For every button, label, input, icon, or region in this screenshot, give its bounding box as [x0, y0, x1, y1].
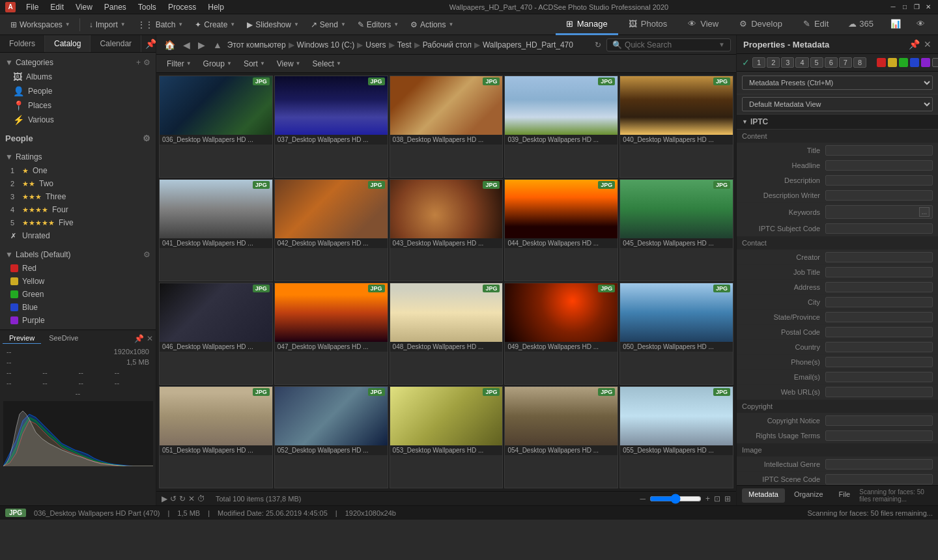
footer-tab-organize[interactable]: Organize [788, 488, 830, 503]
tab-calendar[interactable]: Calendar [91, 35, 141, 52]
tab-stats[interactable]: 📊 [883, 14, 909, 35]
rating-item-5[interactable]: 5 ★★★★★ Five [0, 216, 156, 229]
label-item-red[interactable]: Red [0, 262, 156, 275]
breadcrumb-test[interactable]: Test [397, 40, 412, 49]
tab-catalog[interactable]: Catalog [45, 35, 91, 52]
breadcrumb-folder[interactable]: Wallpapers_HD_Part_470 [483, 40, 573, 49]
meta-num-2[interactable]: 2 [767, 57, 780, 68]
meta-num-1[interactable]: 1 [752, 57, 765, 68]
categories-add-icon[interactable]: + [136, 58, 141, 67]
meta-subject-value[interactable] [825, 223, 933, 234]
menu-edit[interactable]: Edit [45, 1, 69, 13]
thumbnail-item-14[interactable]: JPG050_Desktop Wallpapers HD ... [619, 283, 733, 385]
group-button[interactable]: Group ▼ [198, 58, 237, 70]
thumbnail-item-17[interactable]: JPG053_Desktop Wallpapers HD ... [390, 386, 504, 488]
sort-button[interactable]: Sort ▼ [238, 58, 270, 70]
view-grid-btn[interactable]: ⊞ [724, 494, 731, 503]
menu-file[interactable]: File [21, 1, 44, 13]
meta-title-value[interactable] [825, 145, 933, 156]
thumbnail-item-12[interactable]: JPG048_Desktop Wallpapers HD ... [390, 283, 504, 385]
labels-header[interactable]: ▼ Labels (Default) ⚙ [0, 247, 156, 262]
thumbnail-item-11[interactable]: JPG047_Desktop Wallpapers HD ... [274, 283, 388, 385]
editors-button[interactable]: ✎ Editors ▼ [352, 18, 404, 31]
rating-item-unrated[interactable]: ✗ Unrated [0, 229, 156, 242]
meta-jobtitle-value[interactable] [825, 267, 933, 277]
rotate-right-btn[interactable]: ↻ [179, 494, 186, 503]
meta-rights-value[interactable] [825, 430, 933, 441]
rating-item-1[interactable]: 1 ★ One [0, 164, 156, 177]
ratings-header[interactable]: ▼ Ratings [0, 150, 156, 164]
meta-scene-value[interactable] [825, 474, 933, 484]
tab-manage[interactable]: ⊞ Manage [556, 14, 618, 35]
maximize-button[interactable]: □ [900, 3, 909, 12]
close-right-icon[interactable]: ✕ [924, 39, 931, 49]
menu-view[interactable]: View [70, 1, 98, 13]
swatch-green[interactable] [899, 58, 908, 67]
keywords-btn[interactable]: ... [919, 207, 930, 217]
back-button[interactable]: ◀ [180, 38, 193, 51]
meta-description-value[interactable] [825, 175, 933, 186]
meta-num-8[interactable]: 8 [853, 57, 866, 68]
search-dropdown-icon[interactable]: ▼ [718, 41, 725, 48]
swatch-none[interactable] [932, 58, 938, 67]
menu-panes[interactable]: Panes [99, 1, 132, 13]
breadcrumb-computer[interactable]: Этот компьютер [227, 40, 286, 49]
import-button[interactable]: ↓ Import ▼ [84, 18, 131, 31]
meta-postal-value[interactable] [825, 327, 933, 337]
meta-address-value[interactable] [825, 282, 933, 292]
thumbnail-item-2[interactable]: JPG038_Desktop Wallpapers HD ... [390, 76, 504, 178]
restore-button[interactable]: ❐ [912, 3, 921, 12]
select-button[interactable]: Select ▼ [307, 58, 347, 70]
thumbnail-item-4[interactable]: JPG040_Desktop Wallpapers HD ... [619, 76, 733, 178]
meta-keywords-value[interactable]: ... [825, 205, 933, 219]
minimize-button[interactable]: ─ [888, 3, 898, 12]
meta-preset-select[interactable]: Metadata Presets (Ctrl+M) [742, 76, 933, 90]
pin-right-icon[interactable]: 📌 [909, 39, 920, 49]
menu-help[interactable]: Help [203, 1, 229, 13]
menu-process[interactable]: Process [163, 1, 201, 13]
categories-header[interactable]: ▼ Categories + ⚙ [0, 55, 156, 70]
meta-headline-value[interactable] [825, 160, 933, 171]
people-gear-icon[interactable]: ⚙ [143, 133, 150, 143]
meta-phone-value[interactable] [825, 357, 933, 367]
slideshow-play-btn[interactable]: ▶ [162, 494, 167, 503]
forward-button[interactable]: ▶ [195, 38, 208, 51]
tab-eye[interactable]: 👁 [909, 14, 933, 35]
tree-item-places[interactable]: 📍 Places [0, 98, 156, 113]
tab-photos[interactable]: 🖼 Photos [618, 14, 677, 35]
thumbnail-item-1[interactable]: JPG037_Desktop Wallpapers HD ... [274, 76, 388, 178]
tab-develop[interactable]: ⚙ Develop [729, 14, 793, 35]
meta-state-value[interactable] [825, 312, 933, 322]
swatch-yellow[interactable] [888, 58, 897, 67]
menu-tools[interactable]: Tools [133, 1, 162, 13]
labels-gear-icon[interactable]: ⚙ [143, 250, 150, 259]
label-item-purple[interactable]: Purple [0, 314, 156, 327]
rotate-left-btn[interactable]: ↺ [170, 494, 177, 503]
meta-genre-value[interactable] [825, 459, 933, 469]
swatch-purple[interactable] [921, 58, 930, 67]
thumbnail-item-19[interactable]: JPG055_Desktop Wallpapers HD ... [619, 386, 733, 488]
thumbnail-item-18[interactable]: JPG054_Desktop Wallpapers HD ... [504, 386, 618, 488]
meta-creator-value[interactable] [825, 252, 933, 262]
tab-365[interactable]: ☁ 365 [839, 14, 883, 35]
home-button[interactable]: 🏠 [162, 38, 178, 51]
thumbnail-item-16[interactable]: JPG052_Desktop Wallpapers HD ... [274, 386, 388, 488]
tab-edit[interactable]: ✎ Edit [793, 14, 839, 35]
search-input[interactable] [625, 40, 716, 49]
tree-item-people[interactable]: 👤 People [0, 84, 156, 98]
thumbnail-item-0[interactable]: JPG036_Desktop Wallpapers HD ... [159, 76, 273, 178]
tree-item-various[interactable]: ⚡ Various [0, 113, 156, 127]
meta-web-value[interactable] [825, 387, 933, 397]
pin-icon[interactable]: 📌 [145, 38, 156, 49]
meta-email-value[interactable] [825, 372, 933, 382]
delete-btn[interactable]: ✕ [188, 494, 195, 503]
tab-folders[interactable]: Folders [0, 35, 45, 52]
meta-num-6[interactable]: 6 [825, 57, 838, 68]
thumbnail-item-3[interactable]: JPG039_Desktop Wallpapers HD ... [504, 76, 618, 178]
up-button[interactable]: ▲ [210, 38, 225, 51]
rating-item-4[interactable]: 4 ★★★★ Four [0, 203, 156, 216]
close-button[interactable]: ✕ [924, 3, 933, 12]
label-item-yellow[interactable]: Yellow [0, 275, 156, 288]
zoom-slider[interactable] [649, 494, 702, 504]
meta-num-7[interactable]: 7 [839, 57, 852, 68]
